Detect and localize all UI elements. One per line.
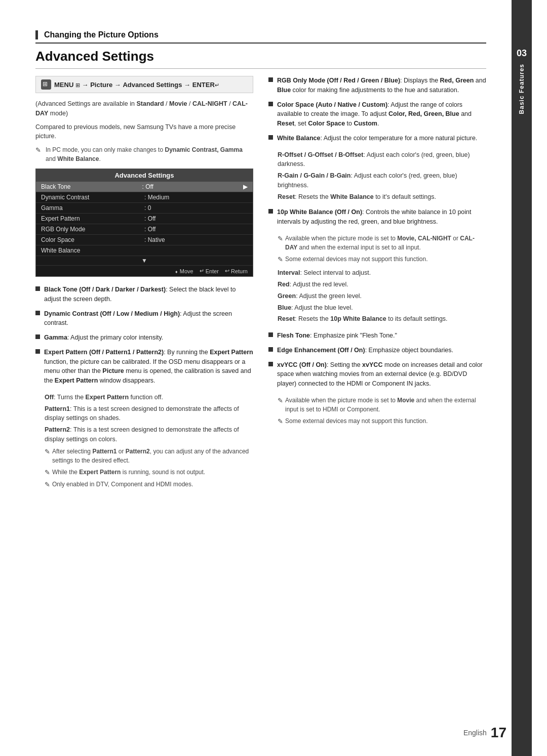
note-icon: ✎ [45, 468, 50, 478]
two-column-layout: MENU ⊞ → Picture → Advanced Settings → E… [35, 76, 486, 492]
note-icon: ✎ [278, 234, 283, 244]
bullet-xvycc-text: xvYCC (Off / On): Setting the xvYCC mode… [277, 360, 486, 389]
10p-notes: ✎ Available when the picture mode is set… [268, 234, 486, 265]
nav-return-icon: ↩ [225, 268, 229, 274]
bullet-icon [268, 135, 273, 140]
xvycc-note-2-text: Some external devices may not support th… [285, 416, 427, 426]
row-rgb-name: RGB Only Mode [41, 226, 144, 233]
row-expert-value: : Off [144, 215, 248, 222]
sub-note-1-text: After selecting Pattern1 or Pattern2, yo… [52, 447, 253, 465]
10p-reset-detail: Reset: Resets the 10p White Balance to i… [278, 314, 486, 324]
note1: In PC mode, you can only make changes to… [35, 145, 253, 163]
description2: Compared to previous models, new Samsung… [35, 122, 253, 142]
bullet-10p-text: 10p White Balance (Off / On): Controls t… [277, 207, 486, 227]
note-icon: ✎ [45, 480, 50, 490]
footer-page-number: 17 [491, 725, 506, 741]
row-expert-name: Expert Pattern [41, 215, 144, 222]
xvycc-note-2: ✎ Some external devices may not support … [278, 416, 486, 427]
bullet-expert-text: Expert Pattern (Off / Pattern1 / Pattern… [44, 348, 253, 386]
row-black-tone-value: : Off [142, 183, 244, 190]
right-bullets-2: Flesh Tone: Emphasize pink "Flesh Tone."… [268, 331, 486, 389]
title-divider [35, 68, 486, 69]
sub-note-3: ✎ Only enabled in DTV, Component and HDM… [45, 480, 253, 490]
expert-pattern-details: Off: Turns the Expert Pattern function o… [35, 393, 253, 490]
nav-return-label: Return [231, 268, 248, 274]
10p-note-1: ✎ Available when the picture mode is set… [278, 234, 486, 252]
bullet-icon [268, 77, 273, 82]
nav-move: ⬧ Move [175, 268, 193, 274]
sub-note-2: ✎ While the Expert Pattern is running, s… [45, 468, 253, 478]
settings-row: White Balance [36, 245, 253, 256]
10p-note-2: ✎ Some external devices may not support … [278, 255, 486, 265]
settings-row-more: ▼ [36, 256, 253, 266]
nav-enter-label: Enter [206, 268, 219, 274]
left-bullets: Black Tone (Off / Dark / Darker / Darkes… [35, 285, 253, 386]
footer-lang: English [463, 729, 487, 737]
more-indicator: ▼ [141, 257, 147, 264]
row-wb-name: White Balance [41, 247, 144, 254]
nav-move-label: Move [180, 268, 193, 274]
bullet-icon [268, 102, 273, 106]
pattern1-detail: Pattern1: This is a test screen designed… [45, 404, 253, 424]
section-divider [35, 43, 486, 44]
bullet-dynamic-contrast-text: Dynamic Contrast (Off / Low / Medium / H… [44, 309, 253, 328]
settings-nav: ⬧ Move ↵ Enter ↩ Return [36, 266, 253, 276]
off-detail: Off: Turns the Expert Pattern function o… [45, 393, 253, 402]
white-balance-details: R-Offset / G-Offset / B-Offset: Adjust e… [268, 150, 486, 202]
bullet-expert-pattern: Expert Pattern (Off / Pattern1 / Pattern… [35, 348, 253, 386]
row-black-tone-name: Black Tone [41, 183, 142, 190]
bullet-colorspace-text: Color Space (Auto / Native / Custom): Ad… [277, 100, 486, 129]
bullet-rgb: RGB Only Mode (Off / Red / Green / Blue)… [268, 76, 486, 95]
description1: (Advanced Settings are available in Stan… [35, 99, 253, 118]
bullet-dynamic-contrast: Dynamic Contrast (Off / Low / Medium / H… [35, 309, 253, 328]
blue-detail: Blue: Adjust the blue level. [278, 303, 486, 313]
row-gamma-name: Gamma [41, 204, 144, 212]
settings-row: RGB Only Mode : Off [36, 224, 253, 235]
bullet-icon [35, 286, 40, 291]
10p-note-1-text: Available when the picture mode is set t… [285, 234, 486, 252]
nav-enter: ↵ Enter [200, 268, 219, 274]
section-title: Changing the Picture Options [44, 30, 486, 39]
row-gamma-value: : 0 [144, 204, 248, 212]
bullet-rgb-text: RGB Only Mode (Off / Red / Green / Blue)… [277, 76, 486, 95]
r-offset-detail: R-Offset / G-Offset / B-Offset: Adjust e… [278, 150, 486, 170]
sub-note-2-text: While the Expert Pattern is running, sou… [52, 468, 205, 477]
settings-row: Gamma : 0 [36, 203, 253, 214]
bullet-black-tone-text: Black Tone (Off / Dark / Darker / Darkes… [44, 285, 253, 304]
bullet-10p-white: 10p White Balance (Off / On): Controls t… [268, 207, 486, 227]
note-icon: ✎ [45, 447, 50, 457]
right-column: RGB Only Mode (Off / Red / Green / Blue)… [268, 76, 486, 492]
xvycc-note-1-text: Available when the picture mode is set t… [285, 396, 486, 414]
row-colorspace-name: Color Space [41, 236, 144, 243]
row-arrow: ▶ [243, 183, 248, 190]
bullet-icon [268, 332, 273, 337]
note-icon: ✎ [278, 255, 283, 265]
menu-path-text: MENU ⊞ → Picture → Advanced Settings → E… [54, 81, 219, 89]
pattern2-detail: Pattern2: This is a test screen designed… [45, 425, 253, 444]
sub-note-1: ✎ After selecting Pattern1 or Pattern2, … [45, 447, 253, 465]
page-title: Advanced Settings [35, 49, 486, 64]
sub-note-3-text: Only enabled in DTV, Component and HDMI … [52, 480, 193, 489]
bullet-black-tone: Black Tone (Off / Dark / Darker / Darkes… [35, 285, 253, 304]
row-dynamic-value: : Medium [144, 194, 248, 201]
note-icon: ✎ [278, 396, 283, 406]
bullet-xvycc: xvYCC (Off / On): Setting the xvYCC mode… [268, 360, 486, 389]
green-detail: Green: Adjust the green level. [278, 291, 486, 301]
row-dynamic-name: Dynamic Contrast [41, 194, 144, 201]
settings-row: Color Space : Native [36, 235, 253, 245]
nav-enter-icon: ↵ [200, 268, 204, 274]
settings-row: Black Tone : Off ▶ [36, 182, 253, 192]
sidebar-tab: 03 Basic Features [512, 0, 532, 756]
red-detail: Red: Adjust the red level. [278, 280, 486, 289]
settings-row: Dynamic Contrast : Medium [36, 192, 253, 203]
menu-path: MENU ⊞ → Picture → Advanced Settings → E… [35, 76, 253, 93]
sidebar-label: Basic Features [518, 64, 525, 114]
r-gain-detail: R-Gain / G-Gain / B-Gain: Adjust each co… [278, 171, 486, 190]
bullet-flesh-tone: Flesh Tone: Emphasize pink "Flesh Tone." [268, 331, 486, 341]
interval-detail: Interval: Select interval to adjust. [278, 268, 486, 278]
bullet-edge: Edge Enhancement (Off / On): Emphasize o… [268, 346, 486, 355]
sidebar-chapter: 03 [517, 48, 527, 59]
page: Changing the Picture Options Advanced Se… [0, 0, 547, 756]
section-header: Changing the Picture Options [35, 30, 486, 39]
bullet-icon [268, 362, 273, 366]
